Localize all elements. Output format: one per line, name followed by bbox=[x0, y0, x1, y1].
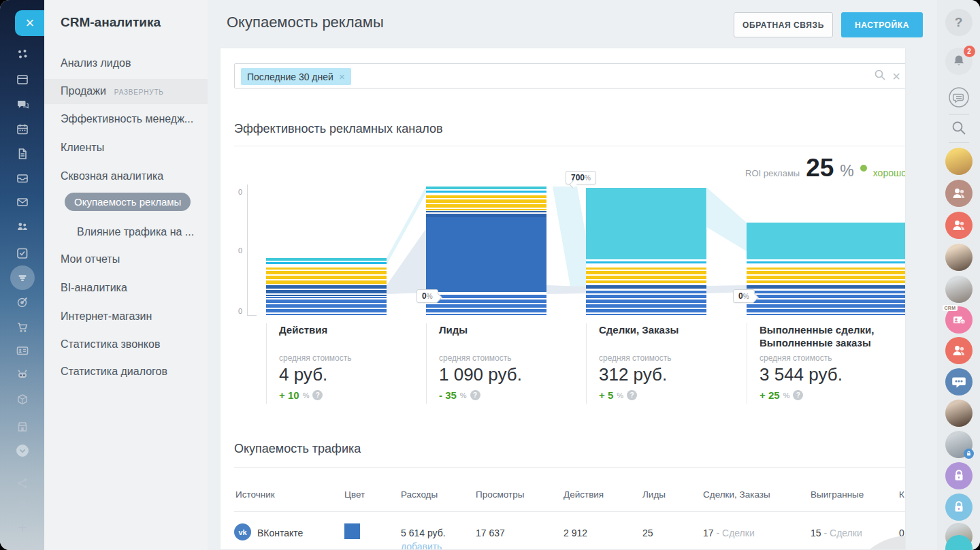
help-icon[interactable]: ? bbox=[793, 390, 803, 400]
lock-purple-icon[interactable] bbox=[945, 462, 973, 489]
market-icon[interactable] bbox=[0, 417, 44, 437]
avatar-woman-photo-avatar[interactable] bbox=[945, 276, 973, 303]
sidebar-item[interactable]: Интернет-магазин bbox=[61, 310, 152, 323]
filter-chip-close-icon[interactable]: × bbox=[339, 71, 345, 82]
sidebar-item-active[interactable]: Окупаемость рекламы bbox=[65, 193, 191, 211]
funnel-bar-segment[interactable] bbox=[426, 191, 546, 193]
filter-bar[interactable]: Последние 30 дней × × bbox=[234, 63, 906, 88]
kanban-icon[interactable] bbox=[0, 69, 44, 90]
collapse-menu-button[interactable]: × bbox=[15, 10, 45, 36]
funnel-bar-segment[interactable] bbox=[586, 284, 706, 290]
funnel-bar-segment[interactable] bbox=[426, 211, 546, 217]
funnel-bar-segment[interactable] bbox=[586, 188, 706, 259]
pulse-icon[interactable] bbox=[0, 44, 44, 65]
column-header[interactable]: Расходы bbox=[401, 489, 438, 500]
sidebar-item[interactable]: BI-аналитика bbox=[61, 282, 127, 294]
group-red-2-avatar[interactable] bbox=[945, 337, 973, 364]
clear-filter-icon[interactable]: × bbox=[892, 69, 900, 83]
funnel-bar-segment[interactable] bbox=[266, 285, 387, 296]
funnel-bar-segment[interactable] bbox=[747, 268, 906, 283]
funnel-bar-segment[interactable] bbox=[426, 293, 546, 315]
column-header[interactable]: К bbox=[899, 489, 904, 500]
gear-icon[interactable] bbox=[0, 496, 44, 516]
robot-icon[interactable] bbox=[0, 364, 44, 385]
target-icon[interactable] bbox=[0, 292, 44, 312]
right-toolbar: ?2@CRM bbox=[937, 0, 980, 550]
funnel-bar-segment[interactable] bbox=[586, 268, 706, 283]
feedback-button[interactable]: ОБРАТНАЯ СВЯЗЬ bbox=[734, 12, 833, 37]
lock-blue-icon[interactable] bbox=[945, 494, 973, 521]
help-icon[interactable]: ? bbox=[312, 390, 323, 400]
sidebar-item[interactable]: Статистика диалогов bbox=[61, 366, 167, 378]
funnel-bar-segment[interactable] bbox=[266, 268, 387, 284]
source-cell: ВКонтакте bbox=[257, 528, 303, 538]
add-costs-link[interactable]: добавить bbox=[401, 541, 442, 550]
column-header[interactable]: Источник bbox=[235, 489, 275, 500]
sidebar-item[interactable]: Эффективность менедж... bbox=[61, 113, 193, 125]
funnel-bar-segment[interactable] bbox=[747, 223, 906, 259]
funnel-bar-segment[interactable] bbox=[266, 297, 387, 315]
avatar-woman-smiling-avatar[interactable] bbox=[945, 400, 973, 427]
avatar-cartoon-woman-avatar[interactable] bbox=[945, 148, 973, 175]
column-header[interactable]: Просмотры bbox=[476, 489, 524, 500]
avatar-office-avatar[interactable] bbox=[945, 431, 973, 458]
plus-icon[interactable] bbox=[0, 517, 44, 538]
funnel-bar-segment[interactable] bbox=[747, 291, 906, 315]
notifications-icon[interactable]: 2 bbox=[945, 48, 973, 75]
tasks-icon[interactable] bbox=[0, 243, 44, 263]
funnel-bar-segment[interactable] bbox=[426, 187, 546, 189]
funnel-bar-segment[interactable] bbox=[586, 261, 706, 263]
cube-icon[interactable] bbox=[0, 389, 44, 410]
column-header[interactable]: Выигранные bbox=[811, 489, 864, 500]
svg-text:@: @ bbox=[960, 320, 964, 324]
expand-link[interactable]: РАЗВЕРНУТЬ bbox=[114, 88, 164, 96]
search-icon[interactable] bbox=[874, 69, 886, 84]
group-chat-avatar[interactable] bbox=[945, 368, 973, 395]
sidebar-item[interactable]: Мои отчеты bbox=[61, 253, 120, 265]
chevron-down-icon[interactable] bbox=[0, 440, 44, 461]
group-rose-avatar[interactable] bbox=[945, 180, 973, 207]
sidebar-item[interactable]: Анализ лидов bbox=[61, 57, 131, 69]
help-icon[interactable]: ? bbox=[470, 390, 480, 400]
funnel-bar-segment[interactable] bbox=[747, 261, 906, 263]
sidebar-item[interactable]: Статистика звонков bbox=[61, 338, 160, 351]
crm-marketing-avatar[interactable]: @CRM bbox=[945, 306, 973, 334]
contact-card-icon[interactable] bbox=[0, 340, 44, 361]
column-header[interactable]: Сделки, Заказы bbox=[703, 489, 770, 500]
sidebar-item[interactable]: Влияние трафика на ... bbox=[77, 226, 194, 238]
help-icon[interactable]: ? bbox=[945, 9, 973, 36]
funnel-bar-segment[interactable] bbox=[747, 284, 906, 290]
cart-icon[interactable] bbox=[0, 317, 44, 338]
column-header[interactable]: Цвет bbox=[344, 489, 365, 500]
table-row[interactable]: vkВКонтакте5 614 руб.добавить17 6372 912… bbox=[234, 518, 906, 550]
inbox-icon[interactable] bbox=[0, 168, 44, 189]
color-swatch[interactable] bbox=[344, 523, 360, 539]
settings-button[interactable]: НАСТРОЙКА bbox=[841, 12, 923, 37]
divider bbox=[234, 511, 906, 512]
funnel-bar-segment[interactable] bbox=[266, 258, 387, 261]
filter-icon[interactable] bbox=[0, 268, 44, 288]
calendar-icon[interactable] bbox=[0, 119, 44, 140]
chat-icon[interactable] bbox=[0, 95, 44, 115]
help-icon[interactable]: ? bbox=[627, 390, 637, 400]
avatar-man-glasses-avatar[interactable] bbox=[945, 244, 973, 271]
divider bbox=[234, 146, 906, 146]
sidebar-item[interactable]: ПродажиРАЗВЕРНУТЬ bbox=[61, 85, 164, 97]
sidebar-item[interactable]: Клиенты bbox=[61, 142, 104, 154]
filter-chip[interactable]: Последние 30 дней × bbox=[241, 68, 351, 85]
group-red-avatar[interactable] bbox=[945, 212, 973, 239]
people-icon[interactable] bbox=[0, 216, 44, 237]
funnel-bar-segment[interactable] bbox=[266, 262, 387, 264]
teal-partial-icon[interactable] bbox=[945, 535, 973, 550]
funnel-bar-segment[interactable] bbox=[426, 217, 546, 292]
support-chat-icon[interactable] bbox=[945, 84, 973, 111]
column-header[interactable]: Действия bbox=[564, 489, 604, 500]
column-header[interactable]: Лиды bbox=[642, 489, 666, 500]
sidebar-item[interactable]: Сквозная аналитика bbox=[61, 170, 163, 182]
funnel-bar-segment[interactable] bbox=[426, 195, 546, 210]
funnel-bar-segment[interactable] bbox=[586, 291, 706, 315]
search-icon[interactable] bbox=[945, 114, 973, 142]
nodes-icon[interactable] bbox=[0, 473, 44, 494]
mail-icon[interactable] bbox=[0, 192, 44, 212]
document-icon[interactable] bbox=[0, 144, 44, 164]
